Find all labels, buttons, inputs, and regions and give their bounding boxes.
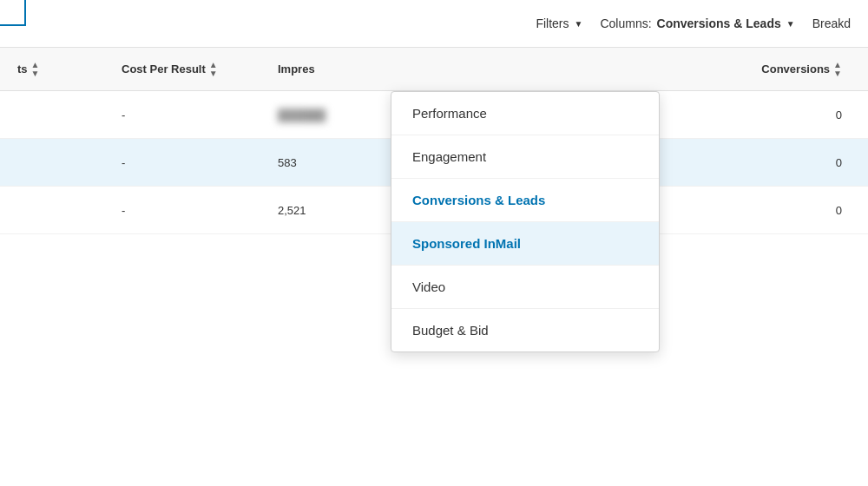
filters-chevron-icon: ▼ [575, 19, 583, 29]
col-conv-label: Conversions [761, 62, 830, 76]
columns-button[interactable]: Columns: Conversions & Leads ▼ [600, 16, 794, 30]
breakd-label: Breakd [812, 16, 851, 30]
dropdown-item-performance[interactable]: Performance [391, 92, 659, 135]
col-imp[interactable]: Impres [269, 62, 425, 76]
cell-cpr-2: - [113, 204, 269, 217]
cell-cpr-0: - [113, 108, 269, 122]
col-ts[interactable]: ts ▲▼ [9, 61, 113, 78]
table-header: ts ▲▼ Cost Per Result ▲▼ Impres Conversi… [0, 48, 868, 91]
col-cpr[interactable]: Cost Per Result ▲▼ [113, 61, 269, 78]
col-cpr-label: Cost Per Result [122, 62, 206, 76]
columns-dropdown: PerformanceEngagementConversions & Leads… [391, 91, 660, 352]
filters-label: Filters [536, 16, 569, 30]
dropdown-item-sponsored-inmail[interactable]: Sponsored InMail [391, 222, 659, 266]
col-cpr-sort-icon: ▲▼ [209, 61, 218, 78]
dropdown-item-engagement[interactable]: Engagement [391, 135, 659, 179]
columns-value: Conversions & Leads [657, 16, 781, 30]
col-ts-label: ts [17, 62, 28, 76]
dropdown-item-conversions-leads[interactable]: Conversions & Leads [391, 179, 659, 222]
dropdown-item-video[interactable]: Video [391, 266, 659, 309]
col-imp-label: Impres [278, 62, 315, 76]
filters-button[interactable]: Filters ▼ [536, 16, 582, 30]
col-conv-sort-icon: ▲▼ [833, 61, 842, 78]
col-conv[interactable]: Conversions ▲▼ [425, 61, 859, 78]
columns-chevron-icon: ▼ [786, 19, 795, 29]
cell-cpr-1: - [113, 156, 269, 169]
columns-prefix: Columns: [600, 16, 651, 30]
col-ts-sort-icon: ▲▼ [31, 61, 40, 78]
corner-accent [0, 0, 26, 26]
dropdown-item-budget-bid[interactable]: Budget & Bid [391, 309, 659, 351]
top-bar: Filters ▼ Columns: Conversions & Leads ▼… [0, 0, 868, 48]
